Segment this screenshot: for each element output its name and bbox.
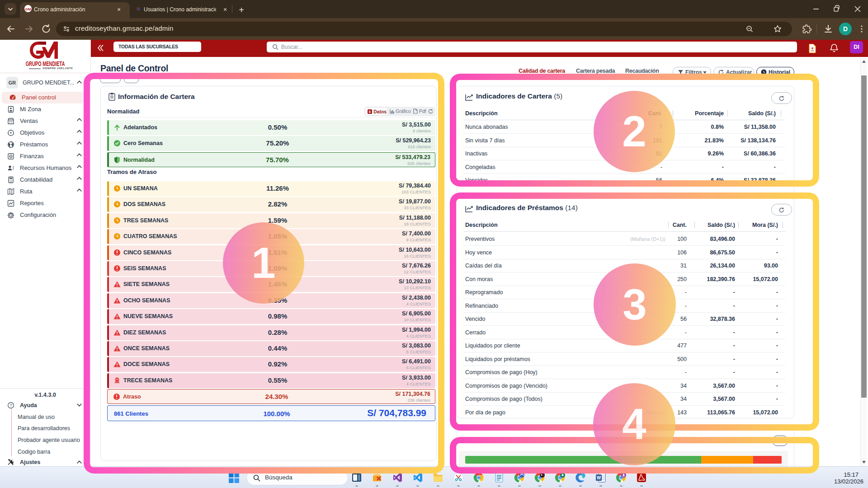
svg-text:W: W xyxy=(597,475,601,480)
svg-text:A: A xyxy=(138,7,141,11)
svg-text:GM: GM xyxy=(25,7,31,11)
svg-text:?: ? xyxy=(9,403,12,408)
